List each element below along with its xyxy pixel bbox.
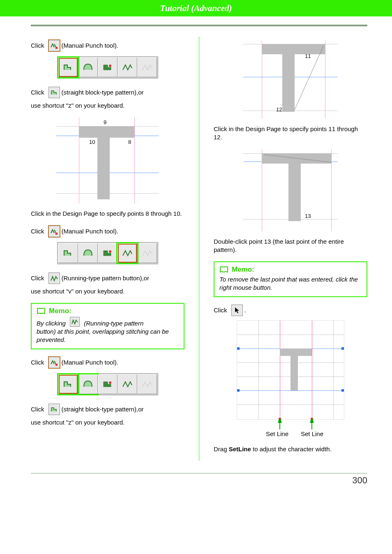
step: Click (straight block-type pattern),or — [31, 87, 184, 98]
page-title: Tutorial (Advanced) — [160, 3, 232, 14]
running-pattern-icon — [48, 272, 60, 284]
manual-punch-icon — [48, 226, 60, 237]
region-block-btn[interactable] — [98, 58, 118, 77]
memo-text: (Running-type pattern — [84, 320, 143, 327]
step-text: Click — [214, 306, 227, 314]
curve-block-btn[interactable] — [78, 374, 98, 394]
left-column: Click (Manual Punch tool). Click — [31, 37, 184, 461]
setline-label: Set Line — [301, 430, 323, 437]
memo-body: To remove the last point that was entere… — [219, 275, 362, 292]
memo-title: Memo: — [232, 265, 254, 274]
step-text: (Manual Punch tool). — [62, 358, 118, 367]
point-label: 8 — [128, 139, 131, 145]
step-text: (Manual Punch tool). — [62, 227, 118, 235]
book-icon — [37, 307, 46, 315]
curve-block-btn[interactable] — [78, 58, 98, 77]
step-text: (Running-type pattern button),or — [62, 274, 149, 282]
bottom-rule — [31, 473, 367, 473]
memo-text: By clicking — [37, 320, 66, 327]
svg-rect-4 — [55, 364, 58, 366]
svg-point-1 — [109, 65, 111, 67]
manual-punch-icon — [48, 357, 60, 368]
step: Click (Manual Punch tool). — [31, 357, 184, 368]
book-icon — [219, 266, 228, 273]
running-pattern-btn[interactable] — [118, 374, 137, 394]
paragraph: Drag SetLine to adjust the character wid… — [214, 445, 367, 453]
straight-block-btn[interactable] — [58, 374, 78, 394]
step-text: (straight block-type pattern),or — [62, 88, 144, 97]
step-text: (Manual Punch tool). — [62, 42, 118, 50]
point-label: 13 — [305, 213, 311, 219]
text: Drag — [214, 446, 229, 452]
point-label: 9 — [104, 119, 106, 125]
straight-block-icon — [48, 87, 60, 98]
running-pattern-btn[interactable] — [118, 58, 137, 77]
step-text: . — [244, 306, 246, 314]
straight-block-btn[interactable] — [58, 58, 78, 77]
page-header: Tutorial (Advanced) — [0, 0, 392, 16]
step-text: (straight block-type pattern),or — [62, 405, 144, 413]
memo-box: Memo: By clicking (Running-type pattern … — [31, 303, 184, 349]
point-label: 10 — [89, 139, 95, 145]
dotted-pattern-btn[interactable] — [137, 58, 157, 77]
straight-block-btn[interactable] — [58, 243, 78, 263]
step: Click (Manual Punch tool). — [31, 40, 184, 51]
step: Click (Manual Punch tool). — [31, 226, 184, 237]
text-bold: SetLine — [229, 446, 251, 452]
column-divider — [199, 37, 199, 461]
step-text: Click — [31, 358, 44, 367]
right-column: 11 12 Click in the Design Page to specif… — [214, 37, 367, 461]
step-sub: use shortcut "z" on your keyboard. — [31, 418, 184, 427]
setline-label: Set Line — [266, 430, 288, 437]
text: to adjust the character width. — [251, 446, 332, 452]
region-block-btn[interactable] — [98, 243, 118, 263]
top-rule — [31, 25, 367, 26]
diagram-point-13: 13 — [243, 149, 338, 231]
punch-toolbar — [57, 56, 158, 78]
page-number: 300 — [0, 475, 392, 486]
punch-toolbar — [57, 242, 158, 264]
dotted-pattern-btn[interactable] — [137, 243, 157, 263]
svg-point-5 — [109, 381, 111, 384]
svg-point-3 — [109, 250, 111, 253]
manual-punch-icon — [48, 40, 60, 51]
step: Click (Running-type pattern button),or — [31, 272, 184, 284]
step-sub: use shortcut "v" on your keyboard. — [31, 287, 184, 295]
svg-rect-2 — [55, 233, 58, 235]
step-text: Click — [31, 227, 44, 235]
point-label: 12 — [276, 106, 282, 113]
diagram-points-8-10: 9 10 8 — [56, 117, 159, 203]
memo-header: Memo: — [219, 265, 362, 274]
straight-block-icon — [48, 404, 60, 415]
step-text: Click — [31, 88, 44, 97]
step-text: Click — [31, 274, 44, 282]
step-text: Click — [31, 405, 44, 413]
point-label: 11 — [305, 53, 311, 59]
step-text: Click — [31, 42, 44, 50]
region-block-btn[interactable] — [98, 374, 118, 394]
dotted-pattern-btn[interactable] — [137, 374, 157, 394]
diagram-setline — [237, 320, 344, 420]
punch-toolbar — [57, 373, 158, 395]
memo-box: Memo: To remove the last point that was … — [214, 261, 367, 297]
svg-rect-0 — [55, 47, 58, 49]
memo-body: By clicking (Running-type pattern button… — [37, 317, 179, 344]
step: Click (straight block-type pattern),or — [31, 404, 184, 415]
step: Click . — [214, 305, 367, 316]
step-sub: use shortcut "z" on your keyboard. — [31, 102, 184, 110]
curve-block-btn[interactable] — [78, 243, 98, 263]
memo-title: Memo: — [49, 307, 71, 315]
memo-text: button) at this point, overlapping stitc… — [37, 328, 179, 344]
running-pattern-icon — [70, 317, 80, 327]
paragraph: Double-click point 13 (the last point of… — [214, 238, 367, 254]
paragraph: Click in the Design Page to specify poin… — [214, 125, 367, 142]
running-pattern-btn[interactable] — [118, 243, 137, 263]
svg-line-7 — [264, 155, 332, 162]
memo-header: Memo: — [37, 307, 179, 315]
paragraph: Click in the Design Page to specify poin… — [31, 210, 184, 218]
pointer-icon — [231, 305, 243, 316]
diagram-points-11-12: 11 12 — [243, 41, 338, 119]
